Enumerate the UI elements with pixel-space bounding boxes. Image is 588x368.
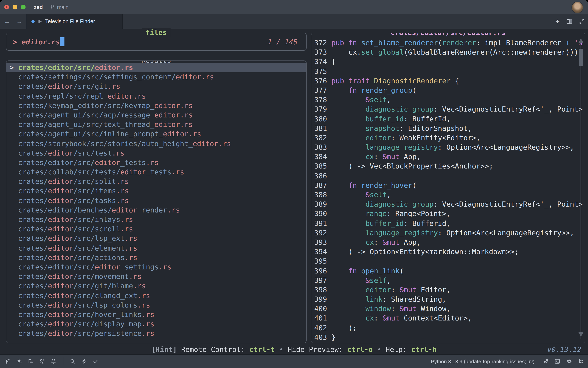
assistant-feather-icon[interactable] (542, 358, 549, 364)
text-segment: editor (48, 234, 74, 243)
code-line: 373 cx.set_global(GlobalBlameRenderer(Ar… (311, 47, 585, 57)
diagnostics-check-icon[interactable] (92, 358, 99, 364)
text-segment: crates/collab/src/tests/ (18, 167, 120, 177)
split-pane-icon[interactable] (566, 18, 572, 24)
text-segment: editor (120, 167, 146, 177)
text-segment: crates/ (18, 196, 48, 205)
result-row[interactable]: crates/repl/src/repl_editor.rs (6, 91, 306, 101)
result-row[interactable]: crates/editor/src/persistence.rs (6, 329, 306, 338)
selection-pointer-icon (6, 158, 18, 167)
terminal-icon[interactable] (554, 358, 560, 364)
minimize-button[interactable] (13, 5, 17, 9)
status-bar: Python 3.13.9 (update-top-ranking-issues… (0, 354, 588, 368)
search-input[interactable]: > editor.rs (6, 33, 306, 50)
text-segment: crates/ (18, 329, 48, 338)
text-segment: .rs (129, 272, 142, 281)
selection-pointer-icon (6, 253, 18, 262)
results-panel: Results >crates/editor/src/editor.rscrat… (6, 61, 307, 343)
search-icon[interactable] (70, 358, 76, 364)
text-segment: .rs (120, 215, 133, 224)
result-row[interactable]: crates/editor/src/lsp_colors.rs (6, 300, 306, 310)
scroll-down-icon[interactable] (578, 332, 584, 337)
project-diagnostics-icon[interactable] (578, 358, 584, 364)
preview-scrollbar-thumb[interactable] (579, 49, 583, 66)
result-row[interactable]: crates/editor/src/lsp_ext.rs (6, 234, 306, 243)
result-row[interactable]: crates/editor/benches/editor_render.rs (6, 205, 306, 215)
tab-television-file-finder[interactable]: Television File Finder (27, 14, 123, 29)
text-segment: , Point> (549, 105, 582, 114)
text-segment (331, 143, 365, 152)
nav-buttons: ← → (0, 14, 27, 29)
result-row[interactable]: crates/editor/src/items.rs (6, 186, 306, 196)
text-segment: editor (48, 196, 74, 205)
text-segment (357, 38, 361, 47)
back-icon[interactable]: ← (4, 18, 10, 25)
text-segment: fn (348, 266, 357, 276)
result-row[interactable]: crates/agent_ui/src/acp/message_editor.r… (6, 110, 306, 120)
result-row[interactable]: crates/editor/src/editor_settings.rs (6, 262, 306, 272)
result-row[interactable]: crates/editor/src/hover_links.rs (6, 310, 306, 319)
collaborators-icon[interactable] (39, 358, 45, 364)
result-row[interactable]: crates/editor/src/tasks.rs (6, 196, 306, 205)
code-line: 400 window: &mut Window, (311, 304, 585, 314)
git-branch-icon[interactable] (5, 358, 11, 364)
text-segment (331, 266, 348, 276)
forward-icon[interactable]: → (16, 18, 22, 25)
result-row[interactable]: crates/editor/src/movement.rs (6, 272, 306, 281)
text-segment: buffer_id (365, 114, 404, 123)
debug-bug-icon[interactable] (566, 358, 572, 364)
result-row-selected[interactable]: >crates/editor/src/editor.rs (6, 63, 306, 72)
result-row[interactable]: crates/editor/src/scroll.rs (6, 224, 306, 234)
outline-icon[interactable] (28, 358, 34, 364)
text-segment: : (374, 314, 382, 323)
text-segment: .rs (146, 158, 159, 167)
text-segment: crates/agent_ui/src/text_thread_ (18, 120, 154, 129)
result-row[interactable]: crates/editor/src/test.rs (6, 148, 306, 158)
text-segment: crates/agent_ui/src/acp/message_ (18, 110, 154, 120)
code-line: 392 language_registry: Option<Arc<Langua… (311, 228, 585, 238)
result-row[interactable]: crates/keymap_editor/src/keymap_editor.r… (6, 101, 306, 110)
text-segment: editor (48, 243, 74, 253)
zoom-button[interactable] (21, 5, 26, 9)
text-segment: : Option<Arc<LanguageRegistry>>, (438, 143, 574, 152)
avatar[interactable] (571, 1, 583, 13)
result-row[interactable]: crates/editor/src/element.rs (6, 243, 306, 253)
result-row[interactable]: crates/agent_ui/src/text_thread_editor.r… (6, 120, 306, 129)
result-row[interactable]: crates/editor/src/actions.rs (6, 253, 306, 262)
status-divider (63, 357, 63, 365)
text-segment: : (391, 285, 399, 294)
text-segment: &mut (382, 152, 399, 162)
text-segment: fn (348, 86, 357, 95)
expand-icon[interactable] (579, 18, 585, 24)
result-row[interactable]: crates/collab/src/tests/editor_tests.rs (6, 167, 306, 177)
text-segment: editor (95, 158, 120, 167)
new-icon[interactable]: + (555, 18, 560, 25)
result-row[interactable]: crates/editor/src/split.rs (6, 177, 306, 186)
tasks-zap-icon[interactable] (81, 358, 87, 364)
result-row[interactable]: crates/settings/src/settings_content/edi… (6, 72, 306, 82)
result-row[interactable]: crates/editor/src/editor_tests.rs (6, 158, 306, 167)
result-row[interactable]: crates/editor/src/git/blame.rs (6, 281, 306, 291)
result-row[interactable]: crates/editor/src/clangd_ext.rs (6, 291, 306, 300)
python-toolchain-label[interactable]: Python 3.13.9 (update-top-ranking-issues… (431, 358, 535, 364)
result-row[interactable]: crates/editor/src/inlays.rs (6, 215, 306, 224)
text-segment (331, 285, 365, 294)
text-segment (331, 114, 365, 123)
text-segment: &mut (399, 304, 417, 314)
result-row[interactable]: crates/editor/src/git.rs (6, 82, 306, 91)
preview-panel-title: crates/editor/src/editor.rs (387, 33, 509, 37)
text-segment: crates/editor/src/ (18, 158, 95, 167)
git-branch-indicator[interactable]: main (50, 4, 69, 10)
text-segment: ctrl-t (249, 345, 275, 353)
ai-sparkle-icon[interactable] (16, 358, 22, 364)
notifications-bell-icon[interactable] (50, 358, 57, 364)
preview-scrollbar-track[interactable] (580, 40, 581, 339)
result-row[interactable]: crates/editor/src/display_map.rs (6, 319, 306, 329)
result-row[interactable]: crates/storybook/src/stories/auto_height… (6, 139, 306, 148)
text-segment: editor.rs (193, 139, 231, 148)
close-button[interactable] (4, 5, 9, 9)
result-row[interactable]: crates/agent_ui/src/inline_prompt_editor… (6, 129, 306, 139)
line-number: 398 (311, 285, 327, 294)
text-segment: : Vec<DiagnosticEntryRef<' (434, 200, 544, 209)
text-segment: editor (48, 319, 74, 329)
